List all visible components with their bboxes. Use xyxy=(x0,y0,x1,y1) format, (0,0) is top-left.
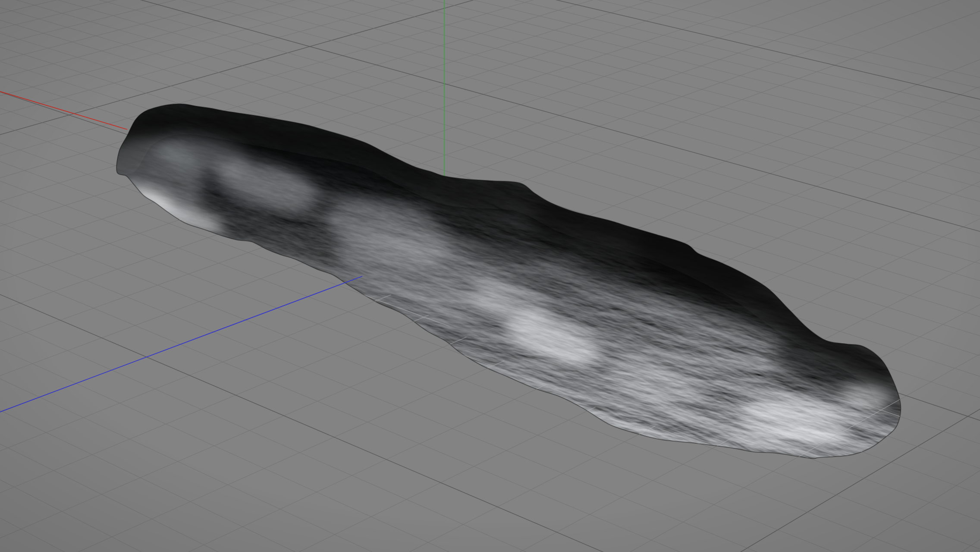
vignette-overlay xyxy=(0,0,980,552)
viewport-3d[interactable] xyxy=(0,0,980,552)
viewport-canvas xyxy=(0,0,980,552)
